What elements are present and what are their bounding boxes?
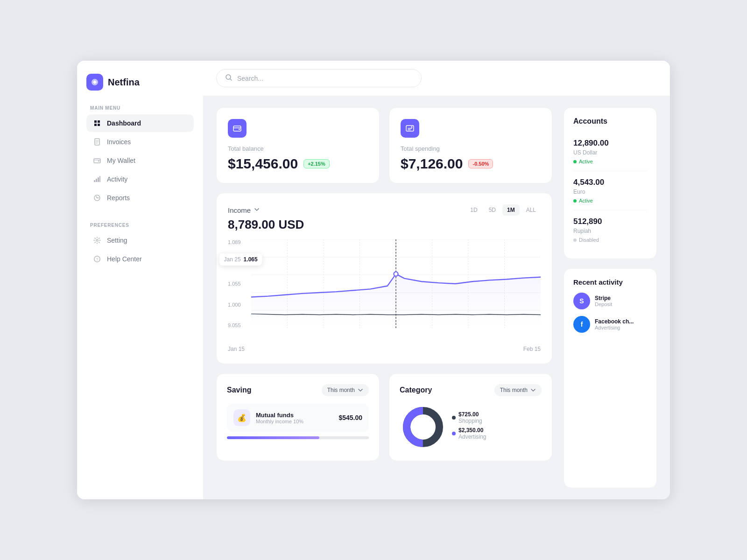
donut-svg	[400, 404, 446, 450]
sidebar-wallet-label: My Wallet	[107, 157, 135, 164]
legend-advertising-label: Advertising	[458, 434, 486, 440]
search-placeholder: Search...	[237, 75, 263, 82]
svg-rect-9	[99, 176, 100, 182]
preferences-section: PREFERENCES Setting ? Help Cente	[86, 223, 194, 269]
sidebar-item-help[interactable]: ? Help Center	[86, 250, 194, 268]
category-title: Category	[400, 386, 432, 394]
sidebar: Netfina MAIN MENU Dashboard	[77, 61, 203, 499]
search-icon	[225, 74, 233, 83]
content-area: Total balance $15,456.00 +2.15%	[203, 96, 670, 499]
account-item-usd: 12,890.00 US Dollar Active	[573, 132, 647, 171]
period-btn-5d[interactable]: 5D	[484, 204, 500, 216]
content-left: Total balance $15,456.00 +2.15%	[216, 107, 552, 488]
balance-label: Total balance	[228, 145, 368, 152]
saving-card: Saving This month 💰 Mutual fu	[216, 373, 380, 461]
spending-card: Total spending $7,126.00 -0.50%	[389, 107, 552, 183]
main-menu-label: MAIN MENU	[86, 105, 194, 111]
chart-footer: Jan 15 Feb 15	[228, 346, 541, 352]
sidebar-item-setting[interactable]: Setting	[86, 231, 194, 249]
sidebar-item-my-wallet[interactable]: My Wallet	[86, 152, 194, 169]
y-label-2: 1.072	[228, 260, 249, 266]
sidebar-item-activity[interactable]: Activity	[86, 170, 194, 188]
svg-rect-16	[239, 129, 240, 130]
saving-item-amount: $545.00	[338, 414, 362, 421]
y-label-4: 1.000	[228, 302, 249, 308]
facebook-info: Facebook ch... Advertising	[595, 318, 647, 330]
logo-icon	[86, 74, 103, 91]
sidebar-help-label: Help Center	[107, 255, 142, 263]
sidebar-reports-label: Reports	[107, 194, 130, 202]
svg-rect-7	[96, 179, 97, 182]
facebook-name: Facebook ch...	[595, 318, 647, 325]
sidebar-item-invoices[interactable]: Invoices	[86, 133, 194, 151]
account-usd-amount: 12,890.00	[573, 139, 647, 148]
saving-item-name: Mutual funds	[256, 412, 333, 419]
saving-item: 💰 Mutual funds Monthly income 10% $545.0…	[227, 404, 369, 432]
category-card: Category This month	[389, 373, 552, 461]
right-panel: Accounts 12,890.00 US Dollar Active 4,54…	[564, 107, 657, 488]
activity-icon	[93, 175, 101, 183]
facebook-type: Advertising	[595, 325, 647, 330]
saving-item-sub: Monthly income 10%	[256, 419, 333, 424]
bottom-row: Saving This month 💰 Mutual fu	[216, 373, 552, 461]
saving-progress-fill	[227, 436, 319, 439]
balance-value-row: $15,456.00 +2.15%	[228, 156, 368, 172]
account-rupiah-status: Disabled	[573, 237, 647, 243]
saving-title: Saving	[227, 386, 251, 394]
y-axis: 1.089 1.072 1.055 1.000 9.055	[228, 239, 249, 328]
spending-icon-wrap	[401, 119, 419, 138]
accounts-title: Accounts	[573, 117, 647, 126]
facebook-avatar: f	[573, 316, 590, 333]
chart-dropdown-icon[interactable]	[254, 206, 260, 214]
legend-dot-advertising	[452, 432, 456, 435]
period-btn-all[interactable]: ALL	[521, 204, 541, 216]
recent-activity-section: Recent activity S Stripe Deposit f Faceb…	[564, 268, 657, 488]
saving-item-icon: 💰	[233, 409, 250, 426]
legend-item-shopping: $725.00 Shopping	[452, 411, 486, 424]
search-bar[interactable]: Search...	[216, 69, 422, 87]
wallet-icon	[93, 156, 101, 165]
saving-header: Saving This month	[227, 384, 369, 396]
sidebar-dashboard-label: Dashboard	[107, 119, 141, 127]
category-legend: $725.00 Shopping $2,350.00 Advertising	[452, 411, 486, 443]
svg-rect-6	[94, 180, 95, 182]
account-euro-status: Active	[573, 198, 647, 203]
period-btn-1m[interactable]: 1M	[502, 204, 520, 216]
saving-progress-bar	[227, 436, 369, 439]
preferences-label: PREFERENCES	[86, 223, 194, 228]
svg-rect-8	[98, 177, 99, 182]
category-period-dropdown[interactable]: This month	[494, 384, 542, 396]
account-rupiah-amount: 512,890	[573, 217, 647, 226]
spending-label: Total spending	[401, 145, 541, 152]
stripe-info: Stripe Deposit	[595, 295, 647, 307]
chart-svg	[251, 239, 541, 328]
saving-period-dropdown[interactable]: This month	[322, 384, 369, 396]
svg-point-18	[411, 126, 413, 128]
legend-advertising-amount: $2,350.00	[458, 427, 486, 434]
reports-icon	[93, 194, 101, 202]
svg-rect-5	[98, 161, 99, 161]
spending-value: $7,126.00	[401, 156, 463, 172]
period-btn-1d[interactable]: 1D	[465, 204, 482, 216]
dashboard-icon	[93, 119, 101, 127]
chart-wrap: 1.089 1.072 1.055 1.000 9.055	[228, 239, 541, 342]
logo-area: Netfina	[86, 74, 194, 91]
sidebar-setting-label: Setting	[107, 237, 127, 244]
chart-date-end: Feb 15	[523, 346, 541, 352]
svg-text:?: ?	[96, 257, 99, 262]
account-euro-status-label: Active	[579, 198, 593, 203]
legend-dot-shopping	[452, 416, 456, 420]
invoices-icon	[93, 138, 101, 146]
chart-amount: 8,789.00 USD	[228, 217, 541, 232]
account-usd-status: Active	[573, 159, 647, 164]
chart-title: Income	[228, 206, 251, 214]
account-rupiah-currency: Rupiah	[573, 228, 647, 234]
spending-badge: -0.50%	[468, 159, 493, 168]
account-rupiah-status-label: Disabled	[579, 237, 599, 243]
svg-point-32	[394, 272, 398, 276]
header: Search...	[203, 61, 670, 96]
sidebar-item-dashboard[interactable]: Dashboard	[86, 114, 194, 132]
y-label-1: 1.089	[228, 239, 249, 245]
sidebar-item-reports[interactable]: Reports	[86, 189, 194, 207]
category-donut: $725.00 Shopping $2,350.00 Advertising	[400, 404, 542, 450]
